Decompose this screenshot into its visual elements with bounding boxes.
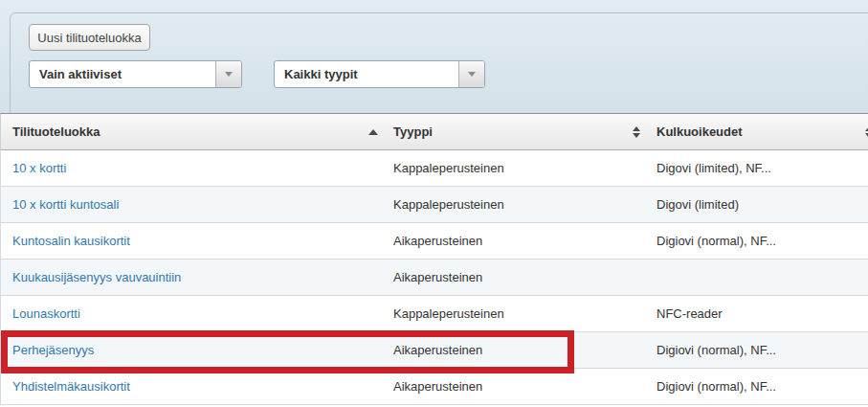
toolbar: Uusi tilituoteluokka Vain aktiiviset Kai… (0, 0, 868, 113)
product-class-link[interactable]: Yhdistelmäkausikortit (12, 379, 130, 394)
caret-down-icon (225, 72, 233, 77)
column-label: Tilituoteluokka (12, 124, 100, 139)
product-class-link[interactable]: Kuukausijäsenyys vauvauintiin (12, 270, 181, 284)
chevron-down-icon[interactable] (215, 61, 241, 87)
type-filter-value: Kaikki tyypit (275, 61, 458, 87)
table-row[interactable]: Kuntosalin kausikortit Aikaperusteinen D… (1, 223, 868, 260)
column-label: Kulkuoikeudet (657, 124, 743, 139)
table-row[interactable]: Kuukausijäsenyys vauvauintiin Aikaperust… (1, 260, 868, 296)
product-class-link[interactable]: 10 x kortti (12, 161, 66, 175)
type-cell: Aikaperusteinen (386, 332, 649, 368)
table-row-highlighted[interactable]: Perhejäsenyys Aikaperusteinen Digiovi (n… (1, 332, 868, 369)
column-header-tilituoteluokka[interactable]: Tilituoteluokka (1, 114, 386, 149)
table-header-row: Tilituoteluokka Tyyppi Kulkuoikeudet (0, 113, 868, 150)
access-cell: Digiovi (normal), NF... (649, 369, 868, 404)
active-filter-select[interactable]: Vain aktiiviset (29, 60, 242, 88)
table-row[interactable]: 10 x kortti kuntosali Kappaleperusteinen… (1, 187, 868, 223)
product-class-link[interactable]: 10 x kortti kuntosali (12, 197, 119, 212)
access-cell: Digiovi (normal), NF... (649, 223, 868, 259)
product-class-link[interactable]: Perhejäsenyys (12, 343, 94, 357)
type-cell: Aikaperusteinen (386, 260, 649, 295)
new-product-class-button[interactable]: Uusi tilituoteluokka (29, 24, 150, 51)
chevron-down-icon[interactable] (458, 61, 484, 87)
column-header-kulkuoikeudet[interactable]: Kulkuoikeudet (649, 114, 868, 149)
access-cell: Digovi (limited), NF... (649, 150, 868, 186)
column-label: Tyyppi (393, 124, 433, 139)
access-cell: NFC-reader (649, 296, 868, 331)
type-cell: Kappaleperusteinen (386, 296, 649, 331)
product-class-table: Tilituoteluokka Tyyppi Kulkuoikeudet 10 … (0, 113, 868, 405)
sort-ascending-icon (368, 129, 378, 135)
type-cell: Aikaperusteinen (386, 223, 649, 259)
type-cell: Aikaperusteinen (386, 369, 649, 404)
access-cell: Digiovi (normal), NF... (649, 332, 868, 368)
type-filter-select[interactable]: Kaikki tyypit (274, 60, 485, 88)
table-row[interactable]: Lounaskortti Kappaleperusteinen NFC-read… (1, 296, 868, 332)
table-row[interactable]: Yhdistelmäkausikortit Aikaperusteinen Di… (1, 369, 868, 405)
type-cell: Kappaleperusteinen (386, 187, 649, 222)
access-cell: Digovi (limited) (649, 187, 868, 222)
product-class-link[interactable]: Kuntosalin kausikortit (12, 234, 130, 248)
product-class-link[interactable]: Lounaskortti (12, 306, 80, 321)
column-header-tyyppi[interactable]: Tyyppi (386, 114, 649, 149)
type-cell: Kappaleperusteinen (386, 150, 649, 186)
active-filter-value: Vain aktiiviset (30, 61, 215, 87)
access-cell (649, 260, 868, 295)
sort-icon (633, 126, 640, 138)
table-row[interactable]: 10 x kortti Kappaleperusteinen Digovi (l… (1, 150, 868, 187)
account-product-class-screen: Uusi tilituoteluokka Vain aktiiviset Kai… (0, 0, 868, 407)
table-body: 10 x kortti Kappaleperusteinen Digovi (l… (0, 150, 868, 405)
caret-down-icon (468, 72, 476, 77)
